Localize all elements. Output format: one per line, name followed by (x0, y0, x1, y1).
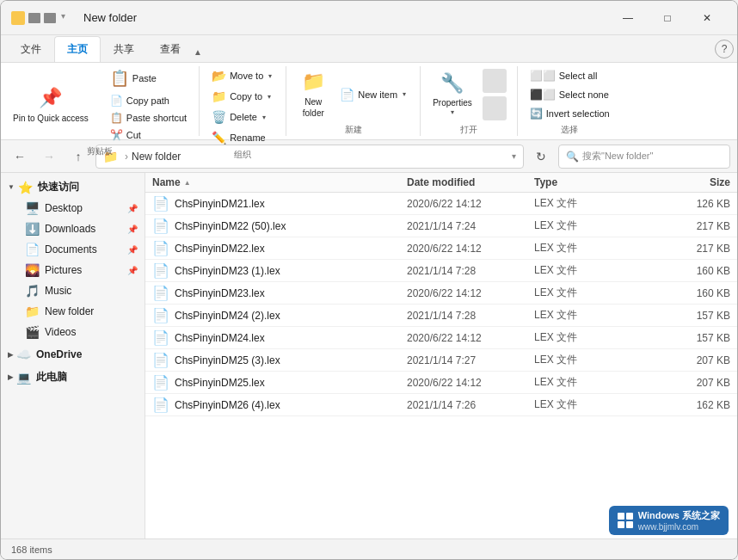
ribbon-group-organize: 📂 Move to ▾ 📁 Copy to ▾ 🗑️ Delete ▾ (200, 66, 286, 136)
refresh-button[interactable]: ↻ (529, 145, 553, 169)
ribbon-tabs: 文件 主页 共享 查看 ▲ ? (1, 35, 737, 63)
copy-paste-stack: 📋 Paste (105, 66, 192, 90)
file-size: 217 KB (661, 220, 730, 232)
file-name: ChsPinyinDM24 (2).lex (175, 310, 280, 322)
close-button[interactable]: ✕ (687, 4, 727, 32)
table-row[interactable]: 📄 ChsPinyinDM24.lex 2020/6/22 14:12 LEX … (145, 327, 737, 349)
paste-shortcut-button[interactable]: 📋 Paste shortcut (105, 109, 192, 126)
pin-icon: 📌 (39, 86, 62, 111)
clipboard-buttons-row: 📌 Pin to Quick access 📋 Paste (8, 66, 192, 144)
sidebar-item-pictures[interactable]: 🌄 Pictures 📌 (1, 260, 145, 280)
new-folder-button[interactable]: 📁 New folder (293, 67, 333, 122)
table-row[interactable]: 📄 ChsPinyinDM23.lex 2020/6/22 14:12 LEX … (145, 282, 737, 305)
minimize-button[interactable]: — (608, 4, 648, 32)
invert-selection-icon: 🔄 (530, 108, 543, 120)
copy-path-button[interactable]: 📄 Copy path (105, 92, 192, 109)
rename-icon: ✏️ (212, 131, 226, 145)
table-row[interactable]: 📄 ChsPinyinDM23 (1).lex 2021/1/14 7:28 L… (145, 260, 737, 282)
table-row[interactable]: 📄 ChsPinyinDM21.lex 2020/6/22 14:12 LEX … (145, 193, 737, 215)
open-extra-col (479, 69, 510, 120)
paste-button[interactable]: 📋 Paste (105, 66, 192, 90)
file-rows-container: 📄 ChsPinyinDM21.lex 2020/6/22 14:12 LEX … (145, 193, 737, 416)
documents-pin-icon: 📌 (127, 245, 138, 255)
path-actions: ▾ (512, 151, 516, 161)
help-button[interactable]: ? (715, 40, 734, 58)
ribbon-group-clipboard: 📌 Pin to Quick access 📋 Paste (1, 66, 200, 136)
file-type: LEX 文件 (534, 263, 661, 278)
col-header-size[interactable]: Size (661, 176, 730, 188)
open-extra-btn2[interactable] (483, 96, 507, 120)
music-label: Music (45, 285, 71, 297)
rename-button[interactable]: ✏️ Rename (206, 128, 279, 147)
file-icon: 📄 (152, 218, 169, 234)
table-row[interactable]: 📄 ChsPinyinDM26 (4).lex 2021/1/14 7:26 L… (145, 394, 737, 416)
videos-label: Videos (45, 326, 76, 338)
new-buttons: 📁 New folder 📄 New item ▾ (293, 66, 413, 122)
file-list-header: Name ▲ Date modified Type Size (145, 173, 737, 193)
file-type: LEX 文件 (534, 218, 661, 233)
select-all-button[interactable]: ⬜⬜ Select all (525, 67, 615, 84)
file-name: ChsPinyinDM24.lex (175, 332, 265, 344)
file-size: 160 KB (661, 265, 730, 277)
tab-share[interactable]: 共享 (101, 36, 147, 62)
tab-home[interactable]: 主页 (54, 36, 101, 62)
open-extra-btn1[interactable] (483, 69, 507, 93)
tab-file[interactable]: 文件 (8, 36, 54, 62)
col-header-name[interactable]: Name ▲ (152, 176, 407, 188)
table-row[interactable]: 📄 ChsPinyinDM22 (50).lex 2021/1/14 7:24 … (145, 215, 737, 237)
quick-access-star-icon: ⭐ (18, 181, 33, 194)
file-icon: 📄 (152, 195, 169, 212)
ribbon-collapse-chevron[interactable]: ▲ (194, 47, 202, 57)
scissors-icon: ✂️ (110, 129, 123, 141)
move-to-button[interactable]: 📂 Move to ▾ (206, 66, 279, 85)
sidebar-item-downloads[interactable]: ⬇️ Downloads 📌 (1, 218, 145, 239)
path-dropdown-arrow[interactable]: ▾ (512, 151, 516, 161)
file-name: ChsPinyinDM23.lex (175, 287, 265, 299)
file-size: 162 KB (661, 399, 730, 411)
copy-to-button[interactable]: 📁 Copy to ▾ (206, 87, 279, 106)
file-icon: 📄 (152, 307, 169, 323)
delete-button[interactable]: 🗑️ Delete ▾ (206, 108, 279, 126)
sidebar-item-new-folder[interactable]: 📁 New folder (1, 301, 145, 322)
search-box[interactable]: 🔍 搜索"New folder" (558, 145, 730, 169)
sidebar: ▼ ⭐ 快速访问 🖥️ Desktop 📌 ⬇️ Downloads 📌 📄 D… (1, 173, 145, 538)
file-name: ChsPinyinDM21.lex (175, 198, 265, 210)
onedrive-chevron: ▶ (8, 351, 13, 359)
maximize-button[interactable]: □ (648, 4, 687, 32)
table-row[interactable]: 📄 ChsPinyinDM24 (2).lex 2021/1/14 7:28 L… (145, 305, 737, 327)
quick-access-chevron: ▼ (8, 183, 15, 191)
file-date: 2020/6/22 14:12 (407, 243, 534, 255)
invert-selection-button[interactable]: 🔄 Invert selection (525, 105, 615, 122)
file-icon: 📄 (152, 285, 169, 301)
quick-access-label: 快速访问 (38, 180, 79, 194)
file-size: 207 KB (661, 354, 730, 366)
col-header-type[interactable]: Type (534, 176, 661, 188)
select-none-button[interactable]: ⬛⬜ Select none (525, 86, 615, 103)
desktop-label: Desktop (45, 202, 83, 214)
col-header-date[interactable]: Date modified (407, 176, 534, 188)
sidebar-item-music[interactable]: 🎵 Music (1, 280, 145, 301)
properties-button[interactable]: 🔧 Properties ▾ (427, 67, 477, 122)
search-icon: 🔍 (566, 151, 579, 163)
main-content: ▼ ⭐ 快速访问 🖥️ Desktop 📌 ⬇️ Downloads 📌 📄 D… (1, 173, 737, 538)
sidebar-section-this-pc: ▶ 💻 此电脑 (1, 366, 145, 388)
copy-to-dropdown-icon: ▾ (266, 93, 273, 101)
cut-button[interactable]: ✂️ Cut (105, 126, 192, 144)
table-row[interactable]: 📄 ChsPinyinDM25.lex 2020/6/22 14:12 LEX … (145, 372, 737, 394)
pin-to-quick-access-button[interactable]: 📌 Pin to Quick access (8, 77, 94, 132)
sidebar-item-videos[interactable]: 🎬 Videos (1, 322, 145, 342)
quick-access-header[interactable]: ▼ ⭐ 快速访问 (1, 176, 145, 198)
sidebar-item-desktop[interactable]: 🖥️ Desktop 📌 (1, 198, 145, 218)
tab-view[interactable]: 查看 (147, 36, 194, 62)
sort-arrow-name: ▲ (184, 179, 191, 187)
file-name: ChsPinyinDM25.lex (175, 377, 265, 389)
onedrive-header[interactable]: ▶ ☁️ OneDrive (1, 344, 145, 365)
sidebar-item-documents[interactable]: 📄 Documents 📌 (1, 239, 145, 260)
select-all-icon: ⬜⬜ (530, 70, 556, 82)
table-row[interactable]: 📄 ChsPinyinDM22.lex 2020/6/22 14:12 LEX … (145, 237, 737, 260)
window-title: New folder (83, 11, 608, 24)
new-item-button[interactable]: 📄 New item ▾ (335, 85, 413, 104)
table-row[interactable]: 📄 ChsPinyinDM25 (3).lex 2021/1/14 7:27 L… (145, 349, 737, 372)
this-pc-header[interactable]: ▶ 💻 此电脑 (1, 366, 145, 388)
file-icon: 📄 (152, 397, 169, 413)
